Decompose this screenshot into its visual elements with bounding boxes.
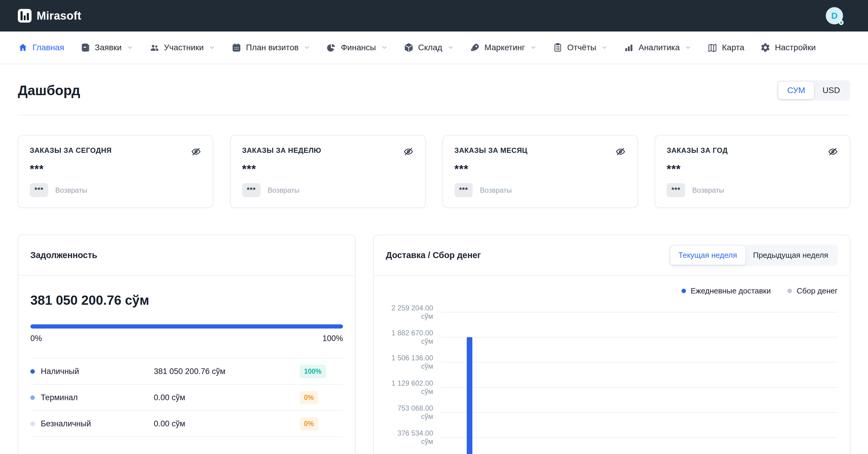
reports-icon bbox=[553, 42, 563, 53]
brand-name: Mirasoft bbox=[37, 9, 81, 22]
returns-value-pill: *** bbox=[242, 183, 260, 197]
chevron-down-icon bbox=[127, 44, 133, 51]
y-axis-tick: 1 882 670.00 сўм bbox=[386, 329, 441, 346]
nav-item-visit-plan[interactable]: План визитов bbox=[231, 42, 310, 53]
debt-row-percent-badge: 0% bbox=[300, 417, 318, 430]
debt-panel-title: Задолженность bbox=[30, 250, 97, 260]
stat-card-title: ЗАКАЗЫ ЗА СЕГОДНЯ bbox=[30, 146, 112, 155]
delivery-panel-title: Доставка / Сбор денег bbox=[386, 250, 481, 260]
nav-item-participants[interactable]: Участники bbox=[149, 42, 215, 53]
visit-plan-icon bbox=[231, 42, 242, 53]
deliveries-legend-dot bbox=[681, 289, 686, 293]
debt-row-value: 0.00 сўм bbox=[154, 393, 300, 402]
bottom-panels-row: Задолженность 381 050 200.76 сўм 0% 100%… bbox=[18, 235, 850, 454]
cashless-dot bbox=[30, 422, 35, 426]
orders-icon bbox=[80, 42, 90, 53]
nav-item-home[interactable]: Главная bbox=[18, 42, 64, 53]
y-axis-tick: 753 068.00 сўм bbox=[386, 404, 441, 421]
returns-label: Возвраты bbox=[480, 186, 512, 194]
gridline: 1 882 670.00 сўм bbox=[386, 331, 838, 343]
chevron-down-icon bbox=[381, 44, 388, 51]
finance-icon bbox=[326, 42, 336, 53]
currency-option-sum[interactable]: СУМ bbox=[778, 82, 813, 99]
eye-off-icon[interactable] bbox=[191, 146, 202, 157]
bar-chart-logo-icon bbox=[18, 9, 32, 23]
stat-card-orders-week: ЗАКАЗЫ ЗА НЕДЕЛЮ *** *** Возвраты bbox=[230, 135, 426, 208]
y-axis-tick: 1 506 136.00 сўм bbox=[386, 354, 441, 370]
debt-panel: Задолженность 381 050 200.76 сўм 0% 100%… bbox=[18, 235, 355, 454]
stat-card-value: *** bbox=[30, 163, 202, 176]
gridline: 376 534.00 сўм bbox=[386, 431, 838, 443]
currency-option-usd[interactable]: USD bbox=[814, 82, 849, 99]
stat-card-value: *** bbox=[242, 163, 414, 176]
cash-dot bbox=[30, 369, 35, 374]
legend-item-collection[interactable]: Сбор денег bbox=[787, 286, 838, 295]
participants-icon bbox=[149, 42, 159, 53]
chevron-down-icon bbox=[447, 44, 454, 51]
debt-row-value: 0.00 сўм bbox=[154, 419, 300, 428]
home-icon bbox=[18, 42, 28, 53]
stat-cards-row: ЗАКАЗЫ ЗА СЕГОДНЯ *** *** Возвраты ЗАКАЗ… bbox=[18, 135, 850, 208]
deliveries-bar[interactable] bbox=[467, 337, 472, 454]
scale-min-label: 0% bbox=[30, 334, 42, 343]
debt-progress-bar bbox=[30, 324, 343, 328]
page-title-row: Дашборд СУМ USD bbox=[18, 64, 850, 100]
stat-card-orders-year: ЗАКАЗЫ ЗА ГОД *** *** Возвраты bbox=[655, 135, 850, 208]
avatar-initial: D bbox=[831, 11, 838, 21]
chevron-down-icon bbox=[209, 44, 215, 51]
chevron-down-icon bbox=[530, 44, 537, 51]
returns-label: Возвраты bbox=[268, 186, 300, 194]
eye-off-icon[interactable] bbox=[615, 146, 626, 157]
stat-card-value: *** bbox=[455, 163, 626, 176]
chart-legend: Ежедневные доставки Сбор денег bbox=[386, 286, 838, 295]
main-nav: Главная Заявки Участники План визитов bbox=[0, 32, 868, 64]
nav-item-settings[interactable]: Настройки bbox=[760, 42, 816, 53]
nav-item-analytics[interactable]: Аналитика bbox=[624, 42, 691, 53]
debt-row-terminal: Терминал 0.00 сўм 0% bbox=[30, 385, 343, 411]
nav-item-marketing[interactable]: Маркетинг bbox=[470, 42, 537, 53]
app-header: Mirasoft D bbox=[0, 0, 868, 32]
stat-card-title: ЗАКАЗЫ ЗА ГОД bbox=[666, 146, 727, 155]
nav-item-map[interactable]: Карта bbox=[707, 42, 744, 53]
debt-total-amount: 381 050 200.76 сўм bbox=[30, 293, 343, 308]
debt-row-cashless: Безналичный 0.00 сўм 0% bbox=[30, 411, 343, 437]
stat-card-title: ЗАКАЗЫ ЗА МЕСЯЦ bbox=[455, 146, 528, 155]
y-axis-tick: 2 259 204.00 сўм bbox=[386, 304, 441, 321]
analytics-icon bbox=[624, 42, 634, 53]
returns-value-pill: *** bbox=[30, 183, 48, 197]
tab-previous-week[interactable]: Предыдущая неделя bbox=[745, 246, 836, 265]
currency-toggle: СУМ USD bbox=[777, 80, 850, 100]
collection-legend-dot bbox=[787, 289, 792, 293]
nav-item-reports[interactable]: Отчёты bbox=[553, 42, 608, 53]
debt-row-percent-badge: 0% bbox=[300, 391, 318, 404]
legend-item-deliveries[interactable]: Ежедневные доставки bbox=[681, 286, 771, 295]
eye-off-icon[interactable] bbox=[828, 146, 838, 157]
returns-value-pill: *** bbox=[455, 183, 473, 197]
debt-row-cash: Наличный 381 050 200.76 сўм 100% bbox=[30, 359, 343, 385]
scale-max-label: 100% bbox=[322, 334, 343, 343]
returns-label: Возвраты bbox=[692, 186, 724, 194]
online-status-dot bbox=[839, 20, 844, 25]
map-icon bbox=[707, 42, 717, 53]
debt-progress-fill bbox=[30, 324, 343, 328]
stat-card-title: ЗАКАЗЫ ЗА НЕДЕЛЮ bbox=[242, 146, 321, 155]
brand-logo[interactable]: Mirasoft bbox=[18, 9, 81, 23]
chevron-down-icon bbox=[304, 44, 310, 51]
warehouse-icon bbox=[404, 42, 414, 53]
settings-icon bbox=[760, 42, 770, 53]
page-title: Дашборд bbox=[18, 83, 80, 98]
title-divider bbox=[18, 115, 850, 116]
stat-card-orders-today: ЗАКАЗЫ ЗА СЕГОДНЯ *** *** Возвраты bbox=[18, 135, 213, 208]
marketing-icon bbox=[470, 42, 480, 53]
debt-row-value: 381 050 200.76 сўм bbox=[154, 367, 300, 376]
debt-row-percent-badge: 100% bbox=[300, 365, 326, 378]
tab-current-week[interactable]: Текущая неделя bbox=[671, 246, 745, 265]
gridline: 753 068.00 сўм bbox=[386, 407, 838, 418]
nav-item-warehouse[interactable]: Склад bbox=[404, 42, 454, 53]
stat-card-orders-month: ЗАКАЗЫ ЗА МЕСЯЦ *** *** Возвраты bbox=[443, 135, 638, 208]
y-axis-tick: 376 534.00 сўм bbox=[386, 429, 441, 446]
nav-item-finance[interactable]: Финансы bbox=[326, 42, 388, 53]
user-avatar[interactable]: D bbox=[826, 7, 843, 24]
nav-item-orders[interactable]: Заявки bbox=[80, 42, 133, 53]
eye-off-icon[interactable] bbox=[403, 146, 414, 157]
